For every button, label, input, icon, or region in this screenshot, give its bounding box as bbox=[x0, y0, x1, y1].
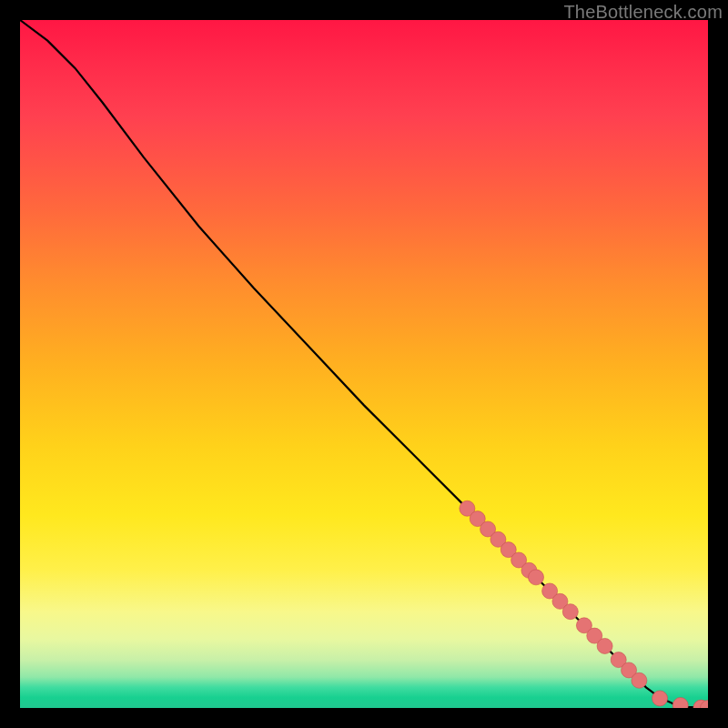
chart-marker bbox=[632, 672, 647, 688]
chart-marker bbox=[562, 604, 578, 620]
chart-svg bbox=[20, 20, 708, 708]
chart-frame bbox=[20, 20, 708, 708]
chart-curve bbox=[20, 20, 708, 708]
chart-marker bbox=[597, 638, 612, 653]
chart-marker bbox=[652, 691, 668, 706]
chart-markers bbox=[460, 500, 708, 708]
watermark-text: TheBottleneck.com bbox=[563, 2, 723, 23]
chart-marker bbox=[672, 697, 688, 708]
chart-marker bbox=[529, 570, 544, 585]
